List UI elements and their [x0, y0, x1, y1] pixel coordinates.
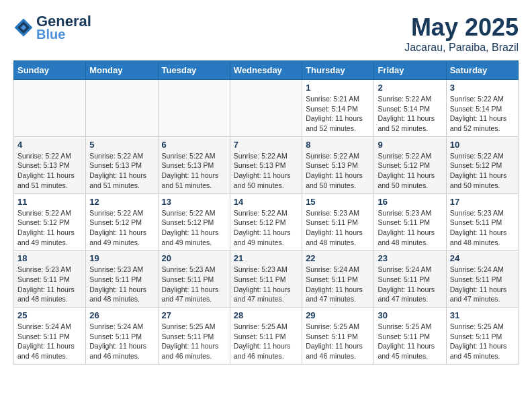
day-info: Sunrise: 5:23 AM Sunset: 5:11 PM Dayligh…: [17, 265, 82, 304]
day-number: 25: [17, 310, 82, 320]
day-info: Sunrise: 5:25 AM Sunset: 5:11 PM Dayligh…: [306, 322, 370, 361]
day-number: 24: [450, 253, 515, 263]
day-info: Sunrise: 5:22 AM Sunset: 5:13 PM Dayligh…: [89, 151, 154, 191]
calendar-cell: 23Sunrise: 5:24 AM Sunset: 5:11 PM Dayli…: [374, 250, 446, 308]
day-info: Sunrise: 5:24 AM Sunset: 5:11 PM Dayligh…: [17, 322, 82, 361]
day-info: Sunrise: 5:22 AM Sunset: 5:12 PM Dayligh…: [234, 208, 298, 248]
calendar-cell: 14Sunrise: 5:22 AM Sunset: 5:12 PM Dayli…: [230, 193, 302, 250]
calendar-cell: 25Sunrise: 5:24 AM Sunset: 5:11 PM Dayli…: [14, 308, 86, 365]
calendar-week-1: 1Sunrise: 5:21 AM Sunset: 5:14 PM Daylig…: [14, 80, 519, 137]
calendar-week-2: 4Sunrise: 5:22 AM Sunset: 5:13 PM Daylig…: [14, 136, 519, 193]
calendar-cell: 18Sunrise: 5:23 AM Sunset: 5:11 PM Dayli…: [14, 250, 86, 308]
day-info: Sunrise: 5:22 AM Sunset: 5:13 PM Dayligh…: [17, 151, 82, 191]
calendar-cell: 2Sunrise: 5:22 AM Sunset: 5:14 PM Daylig…: [374, 80, 446, 137]
weekday-header-sunday: Sunday: [14, 61, 86, 80]
calendar-cell: 12Sunrise: 5:22 AM Sunset: 5:12 PM Dayli…: [86, 193, 158, 250]
weekday-header-saturday: Saturday: [446, 61, 518, 80]
logo-text: GeneralBlue: [36, 13, 91, 42]
day-number: 29: [306, 310, 370, 320]
calendar-body: 1Sunrise: 5:21 AM Sunset: 5:14 PM Daylig…: [14, 80, 519, 365]
calendar-cell: 30Sunrise: 5:25 AM Sunset: 5:11 PM Dayli…: [374, 308, 446, 365]
day-info: Sunrise: 5:23 AM Sunset: 5:11 PM Dayligh…: [234, 265, 298, 304]
calendar-cell: 26Sunrise: 5:24 AM Sunset: 5:11 PM Dayli…: [86, 308, 158, 365]
calendar-cell: 6Sunrise: 5:22 AM Sunset: 5:13 PM Daylig…: [158, 136, 230, 193]
day-info: Sunrise: 5:21 AM Sunset: 5:14 PM Dayligh…: [306, 94, 370, 134]
day-number: 6: [162, 140, 226, 150]
calendar-cell: 29Sunrise: 5:25 AM Sunset: 5:11 PM Dayli…: [302, 308, 374, 365]
calendar-cell: [86, 80, 158, 137]
calendar-cell: 5Sunrise: 5:22 AM Sunset: 5:13 PM Daylig…: [86, 136, 158, 193]
title-block: May 2025 Jacarau, Paraiba, Brazil: [404, 13, 519, 54]
calendar-cell: 21Sunrise: 5:23 AM Sunset: 5:11 PM Dayli…: [230, 250, 302, 308]
day-number: 22: [306, 253, 370, 263]
calendar-cell: 20Sunrise: 5:23 AM Sunset: 5:11 PM Dayli…: [158, 250, 230, 308]
day-info: Sunrise: 5:22 AM Sunset: 5:13 PM Dayligh…: [306, 151, 370, 191]
day-number: 28: [234, 310, 298, 320]
day-number: 14: [234, 197, 298, 207]
day-number: 7: [234, 140, 298, 150]
weekday-header-tuesday: Tuesday: [158, 61, 230, 80]
day-number: 4: [17, 140, 82, 150]
calendar-cell: 31Sunrise: 5:25 AM Sunset: 5:11 PM Dayli…: [446, 308, 518, 365]
calendar-cell: 16Sunrise: 5:23 AM Sunset: 5:11 PM Dayli…: [374, 193, 446, 250]
day-info: Sunrise: 5:24 AM Sunset: 5:11 PM Dayligh…: [89, 322, 154, 361]
day-info: Sunrise: 5:22 AM Sunset: 5:14 PM Dayligh…: [378, 94, 442, 134]
day-number: 10: [450, 140, 515, 150]
day-info: Sunrise: 5:25 AM Sunset: 5:11 PM Dayligh…: [450, 322, 515, 361]
weekday-header-thursday: Thursday: [302, 61, 374, 80]
page-header: GeneralBlue May 2025 Jacarau, Paraiba, B…: [13, 13, 519, 54]
weekday-header-row: SundayMondayTuesdayWednesdayThursdayFrid…: [14, 61, 519, 80]
day-number: 27: [162, 310, 226, 320]
calendar-cell: 24Sunrise: 5:24 AM Sunset: 5:11 PM Dayli…: [446, 250, 518, 308]
day-info: Sunrise: 5:23 AM Sunset: 5:11 PM Dayligh…: [450, 208, 515, 248]
month-title: May 2025: [404, 13, 519, 42]
calendar-cell: 3Sunrise: 5:22 AM Sunset: 5:14 PM Daylig…: [446, 80, 518, 137]
calendar-cell: 27Sunrise: 5:25 AM Sunset: 5:11 PM Dayli…: [158, 308, 230, 365]
day-number: 17: [450, 197, 515, 207]
weekday-header-wednesday: Wednesday: [230, 61, 302, 80]
calendar-cell: 15Sunrise: 5:23 AM Sunset: 5:11 PM Dayli…: [302, 193, 374, 250]
day-info: Sunrise: 5:24 AM Sunset: 5:11 PM Dayligh…: [450, 265, 515, 304]
day-number: 18: [17, 253, 82, 263]
day-number: 2: [378, 83, 442, 93]
calendar-week-5: 25Sunrise: 5:24 AM Sunset: 5:11 PM Dayli…: [14, 308, 519, 365]
day-number: 19: [89, 253, 154, 263]
day-info: Sunrise: 5:22 AM Sunset: 5:12 PM Dayligh…: [162, 208, 226, 248]
weekday-header-friday: Friday: [374, 61, 446, 80]
location-subtitle: Jacarau, Paraiba, Brazil: [404, 42, 519, 54]
day-number: 1: [306, 83, 370, 93]
calendar-cell: [230, 80, 302, 137]
calendar-week-3: 11Sunrise: 5:22 AM Sunset: 5:12 PM Dayli…: [14, 193, 519, 250]
day-number: 20: [162, 253, 226, 263]
day-info: Sunrise: 5:24 AM Sunset: 5:11 PM Dayligh…: [306, 265, 370, 304]
day-info: Sunrise: 5:23 AM Sunset: 5:11 PM Dayligh…: [378, 208, 442, 248]
day-info: Sunrise: 5:22 AM Sunset: 5:13 PM Dayligh…: [162, 151, 226, 191]
day-info: Sunrise: 5:22 AM Sunset: 5:12 PM Dayligh…: [89, 208, 154, 248]
calendar-cell: 11Sunrise: 5:22 AM Sunset: 5:12 PM Dayli…: [14, 193, 86, 250]
day-number: 15: [306, 197, 370, 207]
calendar-cell: 13Sunrise: 5:22 AM Sunset: 5:12 PM Dayli…: [158, 193, 230, 250]
logo: GeneralBlue: [13, 13, 91, 42]
calendar-cell: 9Sunrise: 5:22 AM Sunset: 5:12 PM Daylig…: [374, 136, 446, 193]
day-number: 16: [378, 197, 442, 207]
day-number: 9: [378, 140, 442, 150]
weekday-header-monday: Monday: [86, 61, 158, 80]
day-info: Sunrise: 5:22 AM Sunset: 5:12 PM Dayligh…: [450, 151, 515, 191]
day-info: Sunrise: 5:22 AM Sunset: 5:14 PM Dayligh…: [450, 94, 515, 134]
day-number: 21: [234, 253, 298, 263]
day-info: Sunrise: 5:25 AM Sunset: 5:11 PM Dayligh…: [378, 322, 442, 361]
calendar-cell: 7Sunrise: 5:22 AM Sunset: 5:13 PM Daylig…: [230, 136, 302, 193]
day-info: Sunrise: 5:23 AM Sunset: 5:11 PM Dayligh…: [162, 265, 226, 304]
day-number: 5: [89, 140, 154, 150]
day-number: 12: [89, 197, 154, 207]
calendar-cell: 1Sunrise: 5:21 AM Sunset: 5:14 PM Daylig…: [302, 80, 374, 137]
day-info: Sunrise: 5:23 AM Sunset: 5:11 PM Dayligh…: [306, 208, 370, 248]
calendar-cell: 28Sunrise: 5:25 AM Sunset: 5:11 PM Dayli…: [230, 308, 302, 365]
calendar-week-4: 18Sunrise: 5:23 AM Sunset: 5:11 PM Dayli…: [14, 250, 519, 308]
day-number: 13: [162, 197, 226, 207]
day-number: 26: [89, 310, 154, 320]
day-number: 23: [378, 253, 442, 263]
day-info: Sunrise: 5:24 AM Sunset: 5:11 PM Dayligh…: [378, 265, 442, 304]
day-info: Sunrise: 5:25 AM Sunset: 5:11 PM Dayligh…: [234, 322, 298, 361]
day-number: 11: [17, 197, 82, 207]
